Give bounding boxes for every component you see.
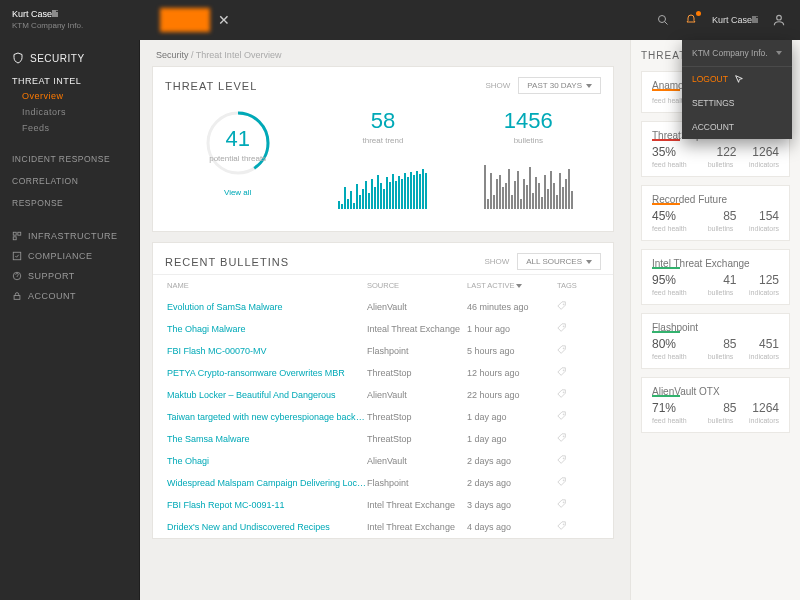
bulletin-name[interactable]: The Ohagi Malware [167,324,367,334]
tag-icon[interactable] [557,345,599,357]
table-row[interactable]: Widespread Malspam Campaign Delivering L… [153,472,613,494]
tag-icon[interactable] [557,323,599,335]
user-menu-settings[interactable]: SETTINGS [682,91,792,115]
bulletin-last-active: 2 days ago [467,456,557,466]
metric-bulletins: 1456 bulletins [456,108,601,215]
bulletin-source: Flashpoint [367,346,467,356]
table-row[interactable]: FBI Flash MC-00070-MVFlashpoint5 hours a… [153,340,613,362]
svg-point-21 [563,524,564,525]
shield-icon [12,52,24,64]
sidebar-item-response[interactable]: RESPONSE [0,192,139,214]
bulletin-source: Inteal Threat Exchange [367,324,467,334]
feed-card[interactable]: Recorded Future45%85154feed healthbullet… [641,185,790,241]
chevron-down-icon [516,284,522,288]
bulletin-source: AlienVault [367,456,467,466]
table-row[interactable]: PETYA Crypto-ransomware Overwrites MBRTh… [153,362,613,384]
tag-icon[interactable] [557,301,599,313]
tag-icon[interactable] [557,499,599,511]
bulletin-source: Intel Threat Exchange [367,500,467,510]
table-row[interactable]: The Samsa MalwareThreatStop1 day ago [153,428,613,450]
sidebar-item-account[interactable]: ACCOUNT [0,286,139,306]
svg-rect-8 [14,296,20,300]
svg-rect-5 [13,237,16,240]
help-icon [12,271,22,281]
table-row[interactable]: The Ohagi MalwareInteal Threat Exchange1… [153,318,613,340]
cursor-icon [734,74,744,84]
breadcrumb-current: Threat Intel Overview [196,50,282,60]
table-row[interactable]: The OhagiAlienVault2 days ago [153,450,613,472]
check-icon [12,251,22,261]
threat-level-panel: THREAT LEVEL SHOW PAST 30 DAYS 41 potent… [152,66,614,232]
topbar-user-name: Kurt Caselli [12,9,128,21]
bulletin-name[interactable]: PETYA Crypto-ransomware Overwrites MBR [167,368,367,378]
sidebar-group-threat-intel[interactable]: THREAT INTEL [0,70,139,88]
user-menu-org[interactable]: KTM Company Info. [682,40,792,67]
svg-point-2 [777,15,782,20]
svg-point-16 [563,414,564,415]
bulletin-name[interactable]: Dridex's New and Undiscovered Recipes [167,522,367,532]
open-tab[interactable] [160,8,210,32]
sidebar-item-support[interactable]: SUPPORT [0,266,139,286]
tag-icon[interactable] [557,367,599,379]
table-row[interactable]: Maktub Locker – Beautiful And DangerousA… [153,384,613,406]
sidebar-item-correlation[interactable]: CORRELATION [0,170,139,192]
bulletins-title: RECENT BULLETINS [165,256,289,268]
svg-point-19 [563,480,564,481]
bulletin-last-active: 1 day ago [467,412,557,422]
sidebar-section-security[interactable]: SECURITY [0,46,139,70]
view-all-link[interactable]: View all [165,188,310,197]
feed-card[interactable]: Flashpoint80%85451feed healthbulletinsin… [641,313,790,369]
metric-threat-trend: 58 threat trend [310,108,455,215]
metric-potential-threats: 41 potential threats View all [165,108,310,215]
svg-rect-4 [18,232,21,235]
sidebar-item-incident[interactable]: INCIDENT RESPONSE [0,148,139,170]
user-menu-logout[interactable]: LOGOUT [682,67,792,91]
feed-card[interactable]: AlienVault OTX71%851264feed healthbullet… [641,377,790,433]
bulletin-name[interactable]: FBI Flash MC-00070-MV [167,346,367,356]
bulletin-name[interactable]: Widespread Malspam Campaign Delivering L… [167,478,367,488]
tag-icon[interactable] [557,521,599,533]
table-row[interactable]: Evolution of SamSa MalwareAlienVault46 m… [153,296,613,318]
source-filter-dropdown[interactable]: ALL SOURCES [517,253,601,270]
tag-icon[interactable] [557,411,599,423]
sidebar-item-infrastructure[interactable]: INFRASTRUCTURE [0,226,139,246]
tag-icon[interactable] [557,433,599,445]
sidebar-item-compliance[interactable]: COMPLIANCE [0,246,139,266]
sidebar-sub-feeds[interactable]: Feeds [0,120,139,136]
table-row[interactable]: FBI Flash Repot MC-0091-11Intel Threat E… [153,494,613,516]
bulletin-name[interactable]: Evolution of SamSa Malware [167,302,367,312]
tag-icon[interactable] [557,455,599,467]
feed-card[interactable]: Intel Threat Exchange95%41125feed health… [641,249,790,305]
topbar-right: Kurt Caselli [656,13,800,27]
topbar-user-block: Kurt Caselli KTM Company Info. [0,3,140,37]
bulletin-name[interactable]: The Ohagi [167,456,367,466]
sidebar-sub-indicators[interactable]: Indicators [0,104,139,120]
tag-icon[interactable] [557,389,599,401]
bulletin-source: AlienVault [367,302,467,312]
date-range-dropdown[interactable]: PAST 30 DAYS [518,77,601,94]
svg-point-12 [563,326,564,327]
svg-point-15 [563,392,564,393]
bulletin-source: Flashpoint [367,478,467,488]
close-tab-button[interactable]: ✕ [218,12,230,28]
user-avatar-icon[interactable] [772,13,786,27]
bulletin-name[interactable]: Taiwan targeted with new cyberespionage … [167,412,367,422]
grid-icon [12,231,22,241]
topbar-user-name-right[interactable]: Kurt Caselli [712,15,758,25]
search-icon[interactable] [656,13,670,27]
sidebar: SECURITY THREAT INTEL Overview Indicator… [0,0,140,600]
notifications-icon[interactable] [684,13,698,27]
bulletin-name[interactable]: FBI Flash Repot MC-0091-11 [167,500,367,510]
sidebar-sub-overview[interactable]: Overview [0,88,139,104]
col-last-active[interactable]: LAST ACTIVE [467,281,557,290]
tag-icon[interactable] [557,477,599,489]
table-row[interactable]: Dridex's New and Undiscovered RecipesInt… [153,516,613,538]
bulletin-source: AlienVault [367,390,467,400]
table-row[interactable]: Taiwan targeted with new cyberespionage … [153,406,613,428]
user-menu-account[interactable]: ACCOUNT [682,115,792,139]
bulletin-source: ThreatStop [367,412,467,422]
breadcrumb-root[interactable]: Security [156,50,189,60]
bulletin-last-active: 4 days ago [467,522,557,532]
bulletin-name[interactable]: Maktub Locker – Beautiful And Dangerous [167,390,367,400]
bulletin-name[interactable]: The Samsa Malware [167,434,367,444]
